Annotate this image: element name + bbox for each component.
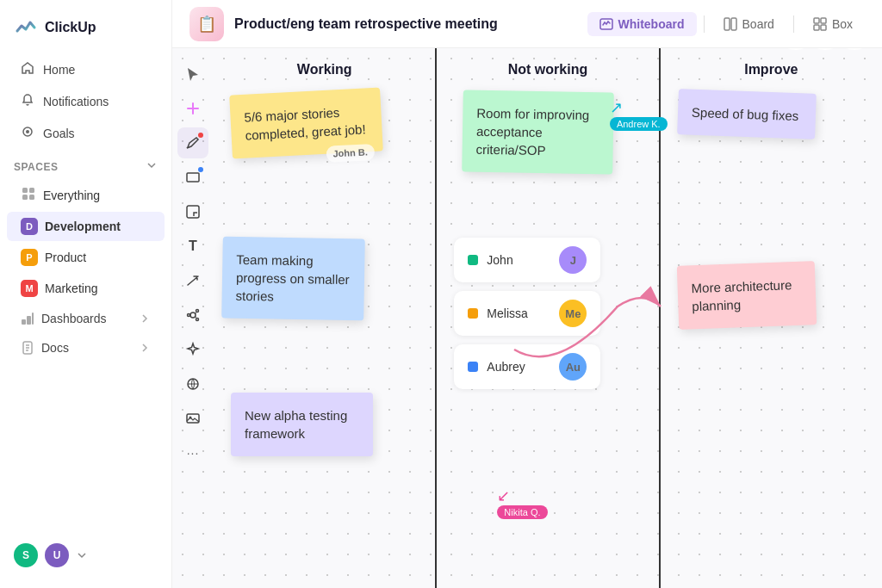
docs-label: Docs xyxy=(41,341,69,355)
docs-icon xyxy=(21,341,34,355)
space-product[interactable]: P Product xyxy=(7,243,165,272)
tool-pen[interactable] xyxy=(177,127,208,158)
svg-rect-27 xyxy=(187,414,199,423)
dashboards-label: Dashboards xyxy=(41,312,107,325)
tool-rectangle[interactable] xyxy=(177,162,208,193)
svg-rect-7 xyxy=(27,316,31,325)
docs-chevron-icon xyxy=(139,342,151,354)
sticky-note-2[interactable]: Team making progress on smaller stories xyxy=(221,237,365,321)
tool-connector[interactable] xyxy=(177,265,208,296)
user-dropdown-icon[interactable] xyxy=(76,549,88,561)
tool-sticky-note[interactable] xyxy=(177,196,208,227)
sticky-note-5-text: Speed of bug fixes xyxy=(691,105,798,123)
svg-point-25 xyxy=(188,314,190,317)
person-cards-area: John J Melissa Me Aubrey Au xyxy=(454,238,600,398)
board-tab-icon xyxy=(724,17,737,31)
person-card-melissa[interactable]: Melissa Me xyxy=(454,291,600,336)
tool-select[interactable] xyxy=(177,59,208,90)
whiteboard-tab-icon xyxy=(599,17,613,31)
person-card-aubrey[interactable]: Aubrey Au xyxy=(454,344,600,389)
top-avatar-1 xyxy=(777,48,815,50)
column-not-working: Not working Room for improving acceptanc… xyxy=(437,48,660,588)
meeting-icon: 📋 xyxy=(189,7,224,41)
svg-point-1 xyxy=(26,130,29,133)
space-everything[interactable]: Everything xyxy=(7,180,165,210)
view-tabs: Whiteboard Board Box xyxy=(587,12,865,36)
sticky-note-2-text: Team making progress on smaller stories xyxy=(235,252,349,304)
sticky-note-4[interactable]: Room for improving acceptance criteria/S… xyxy=(463,90,615,174)
svg-rect-20 xyxy=(187,173,199,182)
svg-rect-21 xyxy=(187,206,199,218)
sticky-note-6[interactable]: More architecture planning xyxy=(676,261,816,330)
sticky-note-1[interactable]: 5/6 major stories completed, great job! … xyxy=(229,87,383,158)
tool-add-shape[interactable] xyxy=(177,93,208,124)
rect-dot xyxy=(198,167,203,172)
svg-rect-5 xyxy=(29,195,34,200)
tool-text[interactable]: T xyxy=(177,231,208,262)
nav-home[interactable]: Home xyxy=(7,54,165,84)
svg-rect-18 xyxy=(814,25,819,30)
tool-image[interactable] xyxy=(177,403,208,434)
melissa-name: Melissa xyxy=(487,306,550,320)
everything-icon xyxy=(21,186,36,204)
box-tab-icon xyxy=(813,17,827,31)
tool-globe[interactable] xyxy=(177,368,208,399)
goals-label: Goals xyxy=(43,127,75,140)
sticky-note-1-author: John B. xyxy=(326,144,375,163)
sticky-note-3[interactable]: New alpha testing framework xyxy=(231,393,373,456)
svg-rect-14 xyxy=(724,18,730,30)
tab-divider-2 xyxy=(793,15,794,33)
column-not-working-header: Not working xyxy=(454,62,641,77)
column-working-header: Working xyxy=(231,62,418,77)
svg-point-24 xyxy=(196,319,199,321)
box-tab-label: Box xyxy=(832,17,853,31)
tab-whiteboard[interactable]: Whiteboard xyxy=(587,12,697,36)
tab-board[interactable]: Board xyxy=(711,12,786,36)
bell-icon xyxy=(21,93,34,109)
spaces-chevron-icon[interactable] xyxy=(146,159,158,174)
tab-box[interactable]: Box xyxy=(801,12,865,36)
top-avatars-group xyxy=(777,48,873,50)
dashboards-chevron-icon xyxy=(139,313,151,325)
tool-more[interactable]: ··· xyxy=(177,437,208,468)
home-icon xyxy=(21,61,34,77)
column-working: Working 5/6 major stories completed, gre… xyxy=(214,48,437,588)
board-tab-label: Board xyxy=(742,17,774,31)
meeting-title: Product/eng team retrospective meeting xyxy=(234,16,577,32)
svg-rect-6 xyxy=(22,319,26,325)
sticky-note-4-text: Room for improving acceptance criteria/S… xyxy=(476,106,590,158)
svg-rect-2 xyxy=(22,188,28,193)
user-avatar-s: S xyxy=(14,543,38,567)
app-name: ClickUp xyxy=(45,20,96,35)
sticky-note-5[interactable]: Speed of bug fixes xyxy=(677,89,817,139)
whiteboard-tab-label: Whiteboard xyxy=(618,17,685,31)
spaces-header: Spaces xyxy=(0,149,171,179)
svg-rect-19 xyxy=(821,25,826,30)
marketing-label: Marketing xyxy=(45,282,97,295)
john-name: John xyxy=(487,253,550,267)
svg-rect-17 xyxy=(821,18,826,23)
nav-notifications[interactable]: Notifications xyxy=(7,86,165,116)
john-avatar: J xyxy=(559,246,587,274)
tool-sparkle[interactable] xyxy=(177,334,208,365)
svg-rect-16 xyxy=(814,18,819,23)
section-docs[interactable]: Docs xyxy=(7,334,165,362)
sticky-note-1-text: 5/6 major stories completed, great job! xyxy=(244,105,366,143)
svg-rect-4 xyxy=(22,195,28,200)
whiteboard-canvas[interactable]: T ··· Working xyxy=(172,48,882,588)
tool-share[interactable] xyxy=(177,300,208,331)
logo-area: ClickUp xyxy=(0,10,171,53)
main-content: 📋 Product/eng team retrospective meeting… xyxy=(172,0,882,588)
nav-goals[interactable]: Goals xyxy=(7,118,165,148)
space-development[interactable]: D Development xyxy=(7,212,165,241)
section-dashboards[interactable]: Dashboards xyxy=(7,305,165,332)
sticky-note-6-text: More architecture planning xyxy=(691,277,792,313)
column-improve-header: Improve xyxy=(678,62,865,77)
person-card-john[interactable]: John J xyxy=(454,238,600,282)
top-avatar-2 xyxy=(806,48,844,50)
svg-point-23 xyxy=(196,310,199,313)
sticky-note-3-text: New alpha testing framework xyxy=(245,408,347,441)
melissa-status-dot xyxy=(468,308,478,319)
column-improve: Improve xyxy=(661,48,882,588)
space-marketing[interactable]: M Marketing xyxy=(7,274,165,303)
